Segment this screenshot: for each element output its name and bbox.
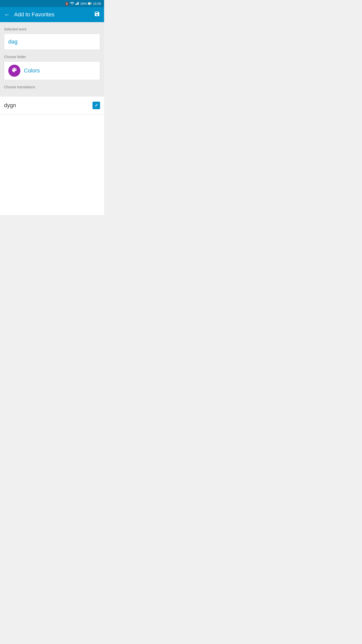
signal-icon (75, 2, 79, 6)
folder-name: Colors (24, 67, 40, 74)
battery-icon: ⚡ (88, 2, 92, 6)
choose-folder-label: Choose folder (4, 55, 100, 59)
wifi-icon (70, 2, 74, 6)
translation-checkbox[interactable]: ✓ (93, 102, 100, 109)
palette-icon (11, 67, 17, 74)
translation-item[interactable]: dygn ✓ (0, 97, 104, 114)
svg-text:⚡: ⚡ (89, 3, 91, 5)
svg-rect-4 (78, 2, 79, 5)
save-button[interactable] (94, 11, 100, 18)
status-icons: 🔇 26% ⚡ 16:06 (65, 2, 101, 6)
translations-list: dygn ✓ (0, 97, 104, 114)
selected-word-field[interactable]: dag (4, 34, 100, 50)
svg-rect-2 (76, 3, 77, 5)
back-button[interactable]: ← (4, 11, 10, 18)
app-bar: ← Add to Favorites (0, 7, 104, 22)
mute-icon: 🔇 (65, 2, 69, 6)
selected-word-label: Selected word (4, 27, 100, 31)
time-display: 16:06 (93, 2, 101, 6)
svg-rect-3 (77, 3, 78, 5)
choose-translations-label: Choose translations (4, 85, 100, 92)
translation-word: dygn (4, 102, 16, 109)
status-bar: 🔇 26% ⚡ 16:06 (0, 0, 104, 7)
svg-rect-1 (75, 4, 76, 5)
folder-icon-circle (8, 65, 20, 77)
folder-selector[interactable]: Colors (4, 61, 100, 80)
svg-point-0 (72, 4, 73, 5)
svg-rect-7 (91, 3, 92, 4)
checkmark-icon: ✓ (95, 103, 98, 108)
selected-word-value: dag (8, 38, 18, 45)
content-area: Selected word dag Choose folder Colors C… (0, 22, 104, 97)
app-bar-left: ← Add to Favorites (4, 11, 54, 18)
page-title: Add to Favorites (14, 11, 54, 18)
empty-content (0, 114, 104, 215)
battery-percent: 26% (80, 2, 87, 6)
